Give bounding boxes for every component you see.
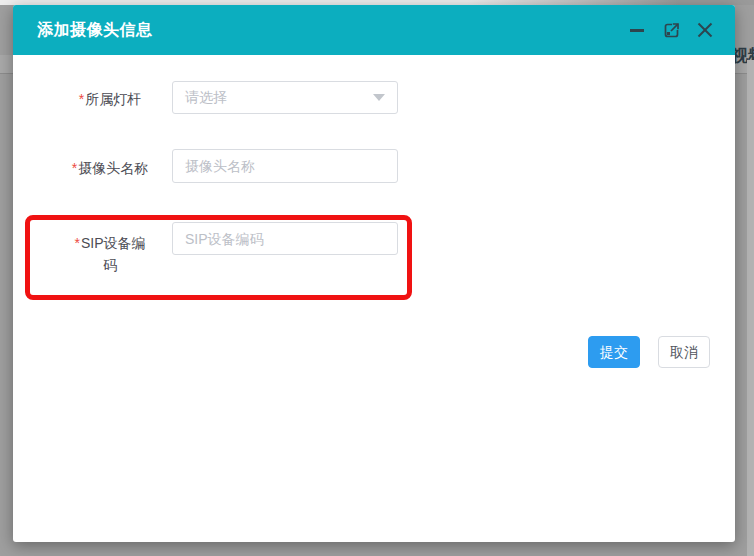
required-marker: * <box>72 160 77 176</box>
light-pole-select[interactable]: 请选择 <box>172 81 398 114</box>
background-scrollbar[interactable] <box>747 60 754 556</box>
camera-name-input[interactable] <box>172 149 398 183</box>
dialog-title: 添加摄像头信息 <box>37 20 153 41</box>
minimize-icon[interactable] <box>627 20 647 40</box>
dialog-header: 添加摄像头信息 <box>13 5 735 55</box>
select-placeholder-value: 请选择 <box>185 89 227 107</box>
field-label-camera-name: *摄像头名称 <box>65 157 155 179</box>
field-label-sip-code: *SIP设备编 码 <box>65 232 155 276</box>
close-icon[interactable] <box>695 20 715 40</box>
field-label-light-pole: *所属灯杆 <box>65 88 155 110</box>
add-camera-dialog: 添加摄像头信息 <box>13 5 735 542</box>
field-label-text: SIP设备编 码 <box>81 235 146 273</box>
field-label-text: 所属灯杆 <box>85 91 141 107</box>
cancel-button[interactable]: 取消 <box>658 336 710 368</box>
required-marker: * <box>79 91 84 107</box>
maximize-icon[interactable] <box>661 20 681 40</box>
sip-code-input[interactable] <box>172 222 398 255</box>
submit-button[interactable]: 提交 <box>588 336 640 368</box>
required-marker: * <box>74 235 79 251</box>
window-controls <box>627 20 715 40</box>
chevron-down-icon <box>373 94 385 101</box>
field-label-text: 摄像头名称 <box>78 160 148 176</box>
